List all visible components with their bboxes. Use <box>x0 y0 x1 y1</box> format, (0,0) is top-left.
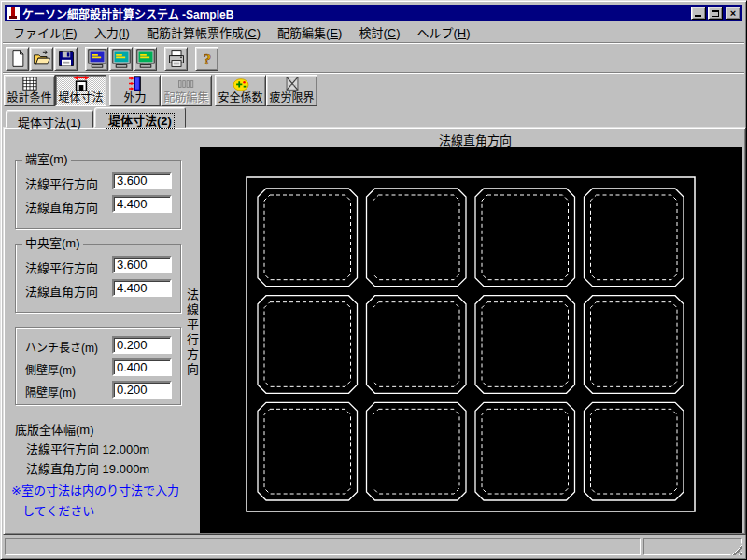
menu-rebar-edit[interactable]: 配筋編集(E) <box>269 21 350 43</box>
help-button[interactable]: ? <box>195 47 218 71</box>
design-grid-icon <box>21 76 39 91</box>
minimize-icon <box>695 15 701 17</box>
save-button[interactable] <box>54 47 78 71</box>
fatigue-limit-button[interactable]: 疲労限界 <box>266 75 317 106</box>
safety-factor-button[interactable]: 安全係数 <box>215 75 266 106</box>
report-monitor-green-icon <box>135 49 156 68</box>
caisson-cell-dashed <box>264 409 351 494</box>
group-edge-room: 端室(m) 法線平行方向 法線直角方向 <box>15 160 181 229</box>
toolbar-pages: 設計条件 堤体寸法 外力 配筋編集 安全係数 <box>4 75 317 106</box>
group-edge-room-title: 端室(m) <box>22 153 71 166</box>
minimize-button[interactable] <box>691 7 706 20</box>
center-room-perpendicular-input[interactable] <box>112 279 172 297</box>
menu-input[interactable]: 入力(I) <box>86 21 138 43</box>
statusbar <box>5 538 742 555</box>
caisson-cell-outline <box>367 402 467 500</box>
bottom-slab-parallel-value: 法線平行方向 12.000m <box>26 440 149 457</box>
caisson-cell-outline <box>475 296 575 394</box>
caisson-cell-dashed <box>264 195 351 280</box>
close-button[interactable]: × <box>726 7 740 20</box>
caisson-cell-outline <box>475 189 575 287</box>
edge-room-perpendicular-input[interactable] <box>112 195 172 213</box>
report-monitor-teal-icon <box>111 49 132 68</box>
tab-page-body-dimensions-2: 端室(m) 法線平行方向 法線直角方向 中央室(m) 法線平行方向 法線直角方向… <box>3 127 746 535</box>
svg-text:?: ? <box>203 50 211 68</box>
print-button[interactable] <box>164 47 188 71</box>
menu-file[interactable]: ファイル(F) <box>5 21 86 43</box>
menu-examine[interactable]: 検討(C) <box>350 21 408 43</box>
caisson-cell-dashed <box>482 409 569 494</box>
input-note-line1: ※室の寸法は内のり寸法で入力 <box>11 481 179 498</box>
caisson-cell-outline <box>475 402 575 500</box>
caisson-cell-dashed <box>591 302 678 387</box>
group-center-room: 中央室(m) 法線平行方向 法線直角方向 <box>15 244 181 313</box>
bottom-slab-title: 底版全体幅(m) <box>15 420 94 438</box>
app-icon[interactable] <box>7 7 20 20</box>
side-wall-thickness-label: 側壁厚(m) <box>25 361 76 377</box>
caisson-cell-outline <box>585 189 684 287</box>
safety-factor-icon <box>231 76 251 91</box>
axis-label-perpendicular: 法線直角方向 <box>419 131 531 148</box>
body-dimension-arrow-icon <box>72 76 91 91</box>
caisson-cell-outline <box>258 189 358 287</box>
caisson-cell-dashed <box>591 409 678 494</box>
caisson-cell-dashed <box>482 302 569 387</box>
titlebar[interactable]: ケーソン細部設計計算システム -SampleB × <box>5 5 742 21</box>
caisson-cell-outline <box>585 402 684 500</box>
toolbar-separator <box>3 72 744 74</box>
caisson-outline <box>247 177 695 511</box>
menu-separator <box>3 42 744 44</box>
caisson-cell-outline <box>258 296 358 394</box>
close-icon: × <box>730 8 736 18</box>
external-force-icon <box>126 76 145 91</box>
maximize-button[interactable] <box>708 7 723 20</box>
axis-label-parallel: 法線平行方向 <box>183 288 201 378</box>
window-title: ケーソン細部設計計算システム -SampleB <box>22 6 689 21</box>
group-wall-thickness: ハンチ長さ(m) 側壁厚(m) 隔壁厚(m) <box>15 327 181 405</box>
design-conditions-button[interactable]: 設計条件 <box>4 75 55 106</box>
center-room-perpendicular-label: 法線直角方向 <box>25 282 98 300</box>
maximize-icon <box>712 10 719 17</box>
side-wall-thickness-input[interactable] <box>112 358 172 376</box>
report-teal-button[interactable] <box>109 47 133 71</box>
external-force-button[interactable]: 外力 <box>109 75 161 106</box>
tab-body-dimensions-2[interactable]: 堤体寸法(2) <box>94 107 186 128</box>
edge-room-parallel-label: 法線平行方向 <box>25 175 98 192</box>
caisson-cell-dashed <box>591 195 678 280</box>
body-dimensions-button[interactable]: 堤体寸法 <box>55 75 106 106</box>
edge-room-perpendicular-label: 法線直角方向 <box>25 198 98 216</box>
tab-body-dimensions-1[interactable]: 堤体寸法(1) <box>6 110 93 128</box>
center-room-parallel-label: 法線平行方向 <box>25 259 98 276</box>
report-green-button[interactable] <box>134 47 157 71</box>
caisson-cell-dashed <box>264 302 351 387</box>
caisson-cell-outline <box>585 296 684 394</box>
edge-room-parallel-input[interactable] <box>112 172 172 189</box>
caisson-cell-outline <box>258 402 358 500</box>
open-folder-icon <box>33 49 51 68</box>
caisson-cell-dashed <box>374 195 460 280</box>
open-file-button[interactable] <box>30 47 53 71</box>
new-file-button[interactable] <box>6 47 29 71</box>
menu-help[interactable]: ヘルプ(H) <box>408 21 478 43</box>
caisson-cell-outline <box>367 296 467 394</box>
rebar-dots-icon <box>176 76 197 91</box>
caisson-cell-dashed <box>482 195 569 280</box>
caisson-plan-canvas <box>200 147 742 533</box>
bottom-slab-perpendicular-value: 法線直角方向 19.000m <box>26 459 149 477</box>
center-room-parallel-input[interactable] <box>112 256 172 273</box>
statusbar-message-panel <box>5 538 641 555</box>
printer-icon <box>167 49 186 68</box>
fatigue-cross-icon <box>284 76 301 91</box>
partition-wall-thickness-input[interactable] <box>112 381 172 399</box>
report-monitor-blue-icon <box>87 49 107 68</box>
menu-rebar-report[interactable]: 配筋計算帳票作成(C) <box>138 21 269 43</box>
haunch-length-input[interactable] <box>112 336 172 354</box>
caisson-cell-dashed <box>374 302 460 387</box>
save-floppy-icon <box>57 49 76 68</box>
partition-wall-thickness-label: 隔壁厚(m) <box>25 384 76 399</box>
report-blue-button[interactable] <box>85 47 108 71</box>
caisson-plan-svg <box>200 147 742 533</box>
menubar: ファイル(F) 入力(I) 配筋計算帳票作成(C) 配筋編集(E) 検討(C) … <box>5 23 742 41</box>
tabstrip: 堤体寸法(1) 堤体寸法(2) <box>6 107 742 128</box>
rebar-edit-button: 配筋編集 <box>161 75 212 106</box>
